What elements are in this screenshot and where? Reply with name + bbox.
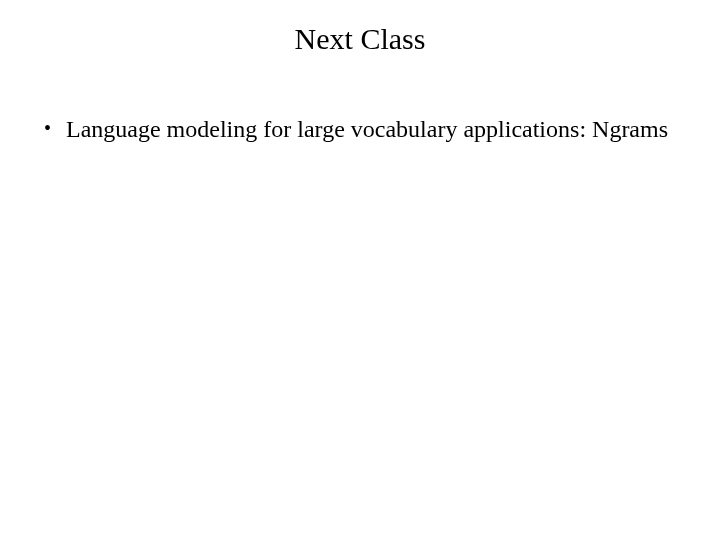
- slide-title: Next Class: [0, 22, 720, 56]
- bullet-list: • Language modeling for large vocabulary…: [42, 114, 678, 144]
- list-item: • Language modeling for large vocabulary…: [42, 114, 678, 144]
- slide: Next Class • Language modeling for large…: [0, 0, 720, 540]
- bullet-icon: •: [44, 118, 51, 138]
- list-item-text: Language modeling for large vocabulary a…: [66, 116, 668, 142]
- slide-body: • Language modeling for large vocabulary…: [42, 114, 678, 144]
